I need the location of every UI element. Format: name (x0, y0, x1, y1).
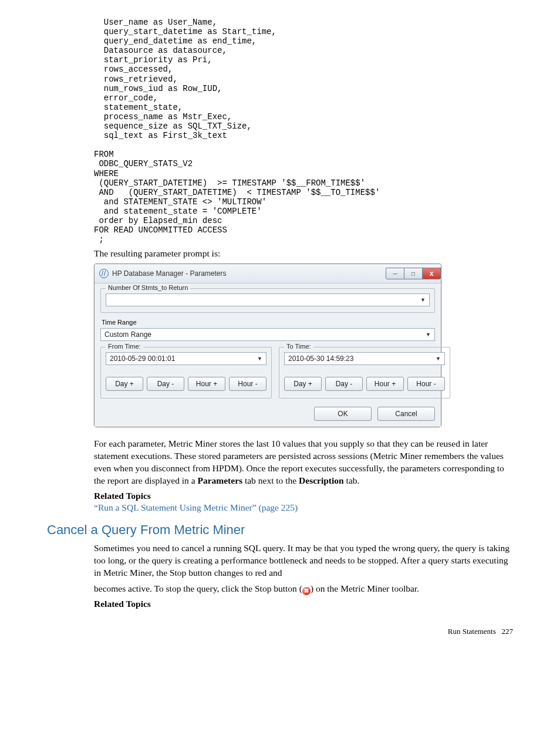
description-tab-ref: Description (299, 475, 344, 485)
related-topics-heading-1: Related Topics (94, 491, 513, 501)
to-time-dropdown[interactable]: 2010-05-30 14:59:23 ▼ (284, 352, 445, 365)
to-time-fieldset: To Time: 2010-05-30 14:59:23 ▼ Day + Day… (279, 347, 450, 399)
related-topics-heading-2: Related Topics (94, 599, 513, 609)
stop-icon: ✖ (302, 587, 311, 595)
paragraph-1: For each parameter, Metric Miner stores … (94, 438, 513, 487)
time-range-value: Custom Range (104, 330, 151, 339)
from-day-minus-button[interactable]: Day - (147, 377, 184, 391)
from-time-fieldset: From Time: 2010-05-29 00:01:01 ▼ Day + D… (100, 347, 272, 399)
from-hour-minus-button[interactable]: Hour - (229, 377, 266, 391)
to-hour-minus-button[interactable]: Hour - (407, 377, 445, 391)
num-stmts-fieldset: Number Of Stmts_to Return ▼ (100, 288, 435, 313)
num-stmts-legend: Number Of Stmts_to Return (106, 284, 190, 291)
paragraph-3-a: becomes active. To stop the query, click… (94, 583, 302, 593)
to-hour-plus-button[interactable]: Hour + (366, 377, 404, 391)
parameters-tab-ref: Parameters (197, 475, 242, 485)
hp-logo-icon (99, 269, 109, 278)
num-stmts-dropdown[interactable]: ▼ (106, 293, 430, 306)
paragraph-3-b: ) on the Metric Miner toolbar. (311, 583, 419, 593)
from-time-legend: From Time: (106, 343, 143, 350)
maximize-icon: □ (411, 271, 415, 277)
parameters-dialog: HP Database Manager - Parameters ─ □ x (94, 264, 441, 427)
time-range-label: Time Range (102, 319, 435, 326)
window-maximize-button[interactable]: □ (404, 268, 423, 279)
paragraph-3: becomes active. To stop the query, click… (94, 583, 513, 595)
chevron-down-icon: ▼ (436, 356, 441, 362)
from-day-plus-button[interactable]: Day + (106, 377, 143, 391)
chevron-down-icon: ▼ (426, 332, 431, 337)
to-day-minus-button[interactable]: Day - (325, 377, 363, 391)
time-range-dropdown[interactable]: Custom Range ▼ (100, 328, 435, 341)
paragraph-1-e: tab. (344, 475, 360, 485)
dialog-titlebar: HP Database Manager - Parameters ─ □ x (95, 264, 441, 283)
chevron-down-icon: ▼ (257, 356, 262, 362)
cancel-button[interactable]: Cancel (377, 407, 435, 421)
chevron-down-icon: ▼ (420, 297, 426, 303)
to-day-plus-button[interactable]: Day + (284, 377, 322, 391)
page-footer: Run Statements 227 (47, 627, 513, 636)
from-time-value: 2010-05-29 00:01:01 (110, 355, 175, 363)
window-minimize-button[interactable]: ─ (386, 268, 404, 279)
intro-text: The resulting parameter prompt is: (94, 248, 513, 260)
to-time-value: 2010-05-30 14:59:23 (288, 355, 353, 363)
dialog-title: HP Database Manager - Parameters (112, 269, 227, 278)
paragraph-2: Sometimes you need to cancel a running S… (94, 542, 513, 579)
ok-button[interactable]: OK (314, 407, 372, 421)
from-time-dropdown[interactable]: 2010-05-29 00:01:01 ▼ (106, 352, 266, 365)
from-hour-plus-button[interactable]: Hour + (188, 377, 225, 391)
section-heading-cancel-query: Cancel a Query From Metric Miner (47, 522, 513, 538)
sql-code-block: User_name as User_Name, query_start_date… (94, 18, 513, 244)
minimize-icon: ─ (393, 271, 397, 277)
footer-page-number: 227 (502, 627, 514, 636)
close-icon: x (430, 269, 434, 278)
paragraph-1-c: tab next to the (242, 475, 299, 485)
footer-section: Run Statements (448, 627, 496, 636)
link-run-sql-statement[interactable]: “Run a SQL Statement Using Metric Miner”… (94, 502, 513, 513)
window-close-button[interactable]: x (423, 268, 441, 279)
to-time-legend: To Time: (284, 343, 313, 350)
